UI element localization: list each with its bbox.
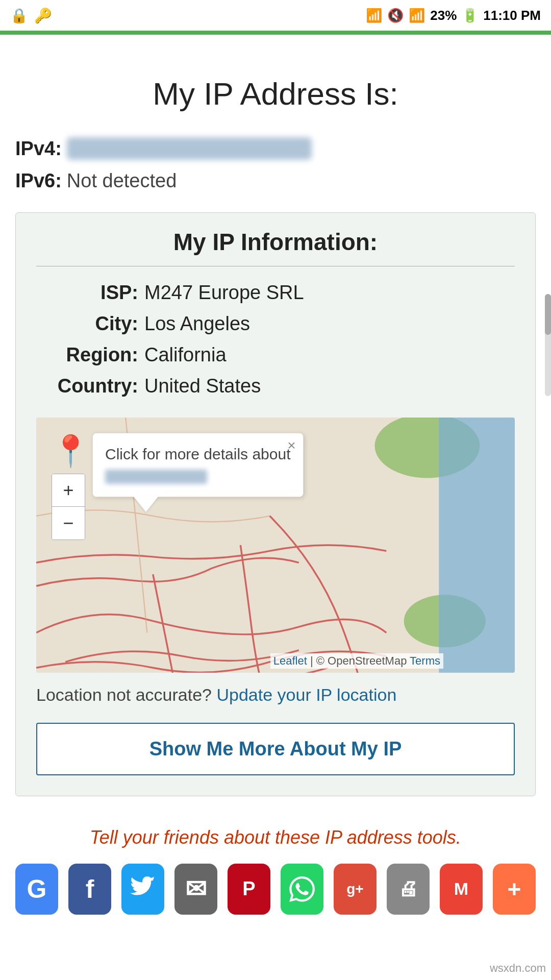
- show-more-button[interactable]: Show Me More About My IP: [36, 723, 515, 775]
- share-section: Tell your friends about these IP address…: [0, 806, 551, 930]
- city-row: City: Los Angeles: [36, 313, 515, 335]
- region-value: California: [144, 344, 227, 366]
- ipv6-value: Not detected: [67, 170, 177, 192]
- attribution-sep: | © OpenStreetMap: [310, 654, 410, 667]
- popup-main-text: Click for more details about: [105, 446, 291, 462]
- isp-value: M247 Europe SRL: [144, 282, 304, 304]
- zoom-out-button[interactable]: −: [52, 507, 85, 540]
- green-top-bar: [0, 31, 551, 35]
- map-container[interactable]: 📍 + − × Click for more details about: [36, 418, 515, 673]
- info-box-title: My IP Information:: [36, 228, 515, 256]
- terms-link[interactable]: Terms: [410, 654, 440, 667]
- map-background: 📍 + − × Click for more details about: [36, 418, 515, 673]
- ipv4-label: IPv4:: [15, 138, 62, 160]
- country-row: Country: United States: [36, 375, 515, 397]
- city-value: Los Angeles: [144, 313, 250, 335]
- share-gplus-button[interactable]: g+: [334, 864, 377, 915]
- share-gmail-button[interactable]: M: [440, 864, 483, 915]
- share-text: Tell your friends about these IP address…: [15, 827, 536, 848]
- country-label: Country:: [36, 375, 138, 397]
- key-icon: 🔑: [34, 7, 52, 24]
- share-more-button[interactable]: +: [493, 864, 536, 915]
- country-value: United States: [144, 375, 261, 397]
- isp-row: ISP: M247 Europe SRL: [36, 282, 515, 304]
- watermark: wsxdn.com: [490, 962, 546, 975]
- share-print-button[interactable]: 🖨: [387, 864, 430, 915]
- location-notice-text: Location not accurate?: [36, 685, 212, 704]
- update-location-link[interactable]: Update your IP location: [216, 685, 396, 704]
- status-right-info: 📶 🔇 📶 23% 🔋 11:10 PM: [366, 8, 541, 23]
- main-content: My IP Address Is: IPv4: IPv6: Not detect…: [0, 35, 551, 806]
- region-label: Region:: [36, 344, 138, 366]
- share-email-button[interactable]: ✉: [174, 864, 217, 915]
- mute-icon: 🔇: [387, 8, 404, 23]
- wifi-icon: 📶: [409, 8, 425, 23]
- svg-rect-3: [439, 418, 515, 673]
- time: 11:10 PM: [483, 8, 541, 23]
- share-pinterest-button[interactable]: P: [228, 864, 270, 915]
- ipv6-label: IPv6:: [15, 170, 62, 192]
- bluetooth-icon: 📶: [366, 8, 382, 23]
- ipv6-row: IPv6: Not detected: [15, 170, 536, 192]
- isp-label: ISP:: [36, 282, 138, 304]
- share-whatsapp-button[interactable]: [281, 864, 323, 915]
- ipv4-value-blurred: [67, 137, 312, 160]
- share-google-button[interactable]: G: [15, 864, 58, 915]
- popup-close-button[interactable]: ×: [287, 437, 295, 454]
- zoom-in-button[interactable]: +: [52, 474, 85, 507]
- status-bar: 🔒 🔑 📶 🔇 📶 23% 🔋 11:10 PM: [0, 0, 551, 31]
- leaflet-link[interactable]: Leaflet: [273, 654, 307, 667]
- ipv4-row: IPv4:: [15, 137, 536, 160]
- status-left-icons: 🔒 🔑: [10, 7, 52, 24]
- battery-percent: 23%: [430, 8, 457, 23]
- scrollbar[interactable]: [545, 294, 551, 396]
- popup-text: Click for more details about: [105, 444, 291, 486]
- battery-icon: 🔋: [462, 8, 478, 23]
- page-title: My IP Address Is:: [15, 76, 536, 112]
- map-popup: × Click for more details about: [92, 433, 304, 497]
- popup-tail: [134, 497, 158, 512]
- info-divider: [36, 266, 515, 266]
- lock-icon: 🔒: [10, 7, 28, 24]
- location-notice: Location not accurate? Update your IP lo…: [36, 683, 515, 707]
- info-box: My IP Information: ISP: M247 Europe SRL …: [15, 212, 536, 796]
- popup-ip-blurred: [105, 470, 207, 484]
- map-attribution: Leaflet | © OpenStreetMap Terms: [270, 653, 443, 669]
- map-zoom-controls[interactable]: + −: [52, 474, 85, 540]
- share-twitter-button[interactable]: [121, 864, 164, 915]
- share-icons-row: G f ✉ P g+ 🖨 M +: [15, 864, 536, 915]
- city-label: City:: [36, 313, 138, 335]
- map-location-marker: 📍: [52, 433, 90, 469]
- share-facebook-button[interactable]: f: [68, 864, 111, 915]
- scrollbar-thumb[interactable]: [545, 294, 551, 335]
- region-row: Region: California: [36, 344, 515, 366]
